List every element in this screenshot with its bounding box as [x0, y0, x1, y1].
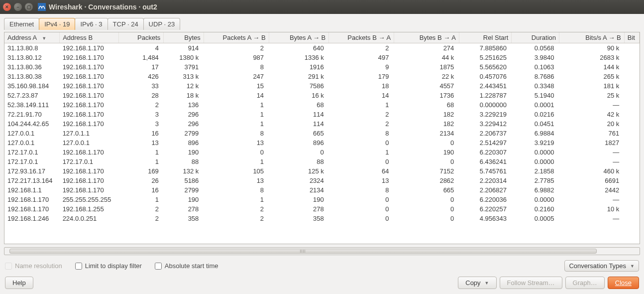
table-row[interactable]: 172.17.0.1192.168.1.17011900011906.22030…	[4, 147, 640, 157]
copy-button[interactable]: Copy ▼	[458, 277, 496, 289]
table-cell: 114	[269, 119, 329, 129]
absolute-start-checkbox[interactable]: Absolute start time	[155, 262, 218, 270]
column-header[interactable]: Bytes A → B	[269, 32, 329, 43]
table-row[interactable]: 192.168.1.1192.168.1.1701627998213486652…	[4, 185, 640, 195]
column-header[interactable]: Duration	[512, 32, 559, 43]
table-cell: 18	[329, 81, 394, 91]
tab-ipv6-3[interactable]: IPv6 · 3	[75, 18, 107, 30]
table-cell: 127.0.0.1	[4, 129, 60, 138]
column-header[interactable]: Bits/s A → B	[559, 32, 624, 43]
table-row[interactable]: 35.160.98.184192.168.1.1703312 k15758618…	[4, 81, 640, 91]
limit-filter-input[interactable]	[75, 263, 82, 270]
column-header[interactable]: Packets B → A	[329, 32, 394, 43]
table-cell: 2.220314	[459, 176, 512, 185]
scrollbar-thumb[interactable]	[9, 249, 597, 254]
table-cell: 1	[329, 147, 394, 157]
conversation-types-combo[interactable]: Conversation Types ▼	[564, 260, 639, 272]
table-row[interactable]: 52.7.23.87192.168.1.1702818 k1416 k14173…	[4, 91, 640, 100]
table-cell: 358	[269, 214, 329, 223]
help-button[interactable]: Help	[5, 277, 33, 289]
table-cell: 0.0451	[512, 119, 559, 129]
absolute-start-input[interactable]	[155, 263, 162, 270]
table-row[interactable]: 172.217.13.164192.168.1.1702651861323241…	[4, 176, 640, 185]
table-cell: 2.514297	[459, 138, 512, 147]
column-header[interactable]: Bytes B → A	[394, 32, 459, 43]
table-cell: 0.2160	[512, 204, 559, 214]
table-cell: 0	[394, 214, 459, 223]
table-row[interactable]: 104.244.42.65192.168.1.1703296111421823.…	[4, 119, 640, 129]
table-cell: 0.000000	[459, 100, 512, 110]
table-row[interactable]: 31.13.80.36192.168.1.1701737918191691875…	[4, 62, 640, 72]
table-row[interactable]: 192.168.1.170255.255.255.25511901190006.…	[4, 195, 640, 204]
limit-filter-checkbox[interactable]: Limit to display filter	[75, 262, 142, 270]
table-cell: 1	[204, 119, 269, 129]
column-header[interactable]: Address A▼	[4, 32, 60, 43]
table-cell: 192.168.1.170	[60, 119, 119, 129]
table-cell: 896	[269, 138, 329, 147]
table-cell	[624, 119, 639, 129]
table-row[interactable]: 52.38.149.111192.168.1.17021361681680.00…	[4, 100, 640, 110]
table-cell	[624, 185, 639, 195]
tab-ipv4-19[interactable]: IPv4 · 19	[39, 18, 75, 30]
tab-udp-23[interactable]: UDP · 23	[143, 18, 181, 30]
table-cell: 192.168.1.170	[60, 166, 119, 176]
table-cell: 132 k	[164, 166, 204, 176]
table-cell: 0	[394, 204, 459, 214]
table-row[interactable]: 127.0.0.1127.0.1.11627998665821342.20673…	[4, 129, 640, 138]
table-cell: 460 k	[559, 166, 624, 176]
table-cell	[624, 157, 639, 166]
table-row[interactable]: 72.21.91.70192.168.1.1703296111421823.22…	[4, 110, 640, 119]
table-cell: 52.38.149.111	[4, 100, 60, 110]
table-cell: 0.0000	[512, 147, 559, 157]
table-row[interactable]: 127.0.0.1127.0.0.11389613896002.5142973.…	[4, 138, 640, 147]
table-cell: 2.206827	[459, 185, 512, 195]
table-cell: 3	[118, 119, 164, 129]
conversations-table: Address A▼Address BPacketsBytesPackets A…	[4, 32, 640, 223]
tab-tcp-24[interactable]: TCP · 24	[107, 18, 144, 30]
window-minimize-button[interactable]: –	[14, 3, 22, 11]
limit-filter-label: Limit to display filter	[85, 262, 142, 270]
table-cell: 8	[204, 62, 269, 72]
table-cell: 6.9884	[512, 129, 559, 138]
table-row[interactable]: 192.168.1.246224.0.0.25123582358004.9563…	[4, 214, 640, 223]
table-cell: 2	[204, 214, 269, 223]
column-header[interactable]: Address B	[60, 32, 119, 43]
table-cell: 192.168.1.170	[60, 72, 119, 81]
table-cell	[624, 100, 639, 110]
table-cell	[624, 43, 639, 53]
table-cell: 88	[164, 157, 204, 166]
table-cell: 18 k	[164, 91, 204, 100]
table-cell: 44 k	[394, 53, 459, 62]
table-cell	[624, 129, 639, 138]
table-cell: 104.244.42.65	[4, 119, 60, 129]
table-cell: 278	[164, 204, 204, 214]
table-cell: 192.168.1.170	[60, 43, 119, 53]
table-cell: 2	[329, 43, 394, 53]
table-cell: 2	[118, 100, 164, 110]
table-cell: 192.168.1.1	[4, 185, 60, 195]
column-header[interactable]: Bytes	[164, 32, 204, 43]
tab-ethernet[interactable]: Ethernet	[4, 18, 39, 30]
table-row[interactable]: 31.13.80.38192.168.1.170426313 k247291 k…	[4, 72, 640, 81]
table-cell: 640	[269, 43, 329, 53]
table-row[interactable]: 172.17.0.1172.17.0.1188188006.4362410.00…	[4, 157, 640, 166]
table-cell: 172.17.0.1	[4, 147, 60, 157]
column-header[interactable]: Packets A → B	[204, 32, 269, 43]
table-row[interactable]: 31.13.80.8192.168.1.1704914264022747.885…	[4, 43, 640, 53]
table-cell: 6.220307	[459, 147, 512, 157]
horizontal-scrollbar[interactable]	[4, 247, 640, 255]
table-cell: 1827	[559, 138, 624, 147]
table-cell: 1,484	[118, 53, 164, 62]
table-row[interactable]: 172.93.16.17192.168.1.170169132 k105125 …	[4, 166, 640, 176]
column-header[interactable]: Bit	[624, 32, 639, 43]
table-row[interactable]: 192.168.1.170192.168.1.25522782278006.22…	[4, 204, 640, 214]
table-row[interactable]: 31.13.80.12192.168.1.1701,4841380 k98713…	[4, 53, 640, 62]
graph-button-label: Graph…	[573, 279, 597, 287]
name-resolution-checkbox: Name resolution	[5, 262, 62, 270]
column-header[interactable]: Packets	[118, 32, 164, 43]
window-maximize-button[interactable]: ▢	[25, 3, 33, 11]
window-close-button[interactable]: ✕	[3, 3, 11, 11]
table-cell: 52.7.23.87	[4, 91, 60, 100]
column-header[interactable]: Rel Start	[459, 32, 512, 43]
close-button[interactable]: Close	[608, 277, 639, 289]
